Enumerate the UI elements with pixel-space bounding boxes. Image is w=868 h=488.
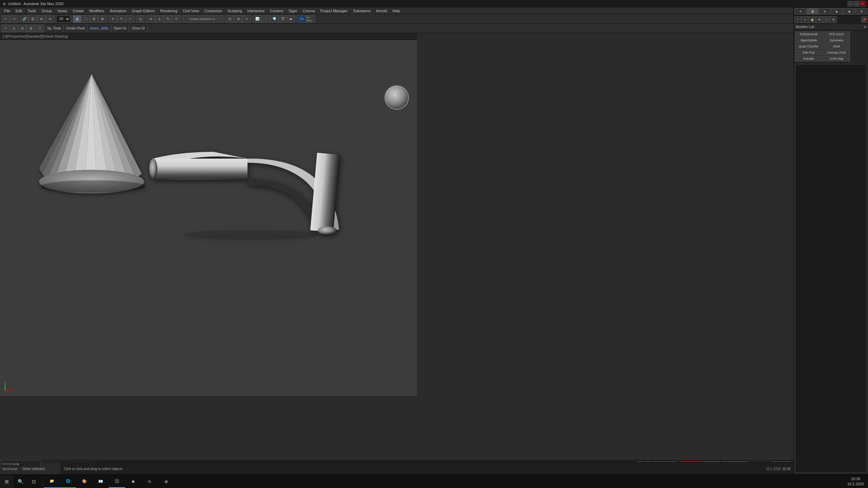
search-button[interactable]: 🔍: [14, 475, 27, 488]
task-view-button[interactable]: ⊡: [27, 475, 41, 488]
tb2-btn2[interactable]: ◎: [10, 25, 18, 32]
render-setup-button[interactable]: 🎬: [279, 15, 287, 23]
snap-toggle-button[interactable]: ⊕: [147, 15, 155, 23]
taskbar-email[interactable]: 📧: [93, 475, 109, 488]
menu-tools[interactable]: Tools: [25, 7, 39, 14]
start-button[interactable]: ⊞: [0, 475, 14, 488]
rp-pin-button[interactable]: 📌: [861, 17, 867, 23]
menu-graph-editors[interactable]: Graph Editors: [129, 7, 158, 14]
material-editor-button[interactable]: 💎: [270, 15, 278, 23]
menu-scripting[interactable]: Scripting: [225, 7, 245, 14]
menu-civil-view[interactable]: Civil View: [180, 7, 201, 14]
resize-label[interactable]: resize_utility: [88, 26, 110, 30]
reference-coord-button[interactable]: ◎: [136, 15, 144, 23]
menu-create[interactable]: Create: [70, 7, 86, 14]
titlebar-controls[interactable]: ─ □ ✕: [848, 1, 865, 6]
filter-dropdown[interactable]: All: [56, 16, 71, 22]
rp-tab-modify[interactable]: ⊞: [807, 8, 818, 15]
angle-snap-button[interactable]: ∠: [155, 15, 163, 23]
menu-modifiers[interactable]: Modifiers: [86, 7, 107, 14]
spinner-snap-button[interactable]: ⊙: [172, 15, 180, 23]
taskbar-explorer[interactable]: 📁: [44, 475, 60, 488]
modifier-list-arrow[interactable]: ▾: [864, 25, 866, 29]
select-crossing-button[interactable]: ⊠: [98, 15, 106, 23]
mod-ffd[interactable]: FFD 2x2x2: [823, 32, 850, 37]
align-button[interactable]: ⊞: [234, 15, 242, 23]
menu-views[interactable]: Views: [55, 7, 70, 14]
tb2-btn1[interactable]: ⊙: [1, 25, 9, 32]
script-bar[interactable]: MAXScript ▶: [0, 460, 41, 468]
plugin-btn1[interactable]: Ds: [298, 15, 306, 23]
taskbar-paint[interactable]: 🎨: [76, 475, 93, 488]
taskbar-other3[interactable]: 🖥: [158, 475, 174, 488]
menu-help[interactable]: Help: [390, 7, 403, 14]
rp-lock-icon[interactable]: 🔒: [809, 16, 815, 23]
create-selection-button[interactable]: Create Selection S...: [183, 15, 223, 23]
mod-symmetry[interactable]: Symmetry: [823, 38, 850, 43]
scale-button[interactable]: ⤢: [126, 15, 134, 23]
tb2-btn5[interactable]: ⬡: [35, 25, 43, 32]
mirror-button[interactable]: ⊟: [226, 15, 234, 23]
close-button[interactable]: ✕: [860, 1, 865, 6]
rp-list-icon[interactable]: ≡: [802, 16, 808, 23]
menu-group[interactable]: Group: [39, 7, 55, 14]
unlink-button[interactable]: ⛓: [29, 15, 37, 23]
select-object-button[interactable]: ▣: [73, 15, 81, 23]
nav-widget[interactable]: [383, 84, 410, 111]
close-gr-label[interactable]: Close Gr: [130, 26, 146, 30]
maximize-button[interactable]: □: [854, 1, 859, 6]
viewport[interactable]: X Y: [0, 40, 417, 396]
move-button[interactable]: ✦: [109, 15, 117, 23]
layer-button[interactable]: ≡: [243, 15, 251, 23]
render-button[interactable]: ▶: [287, 15, 295, 23]
menu-rendering[interactable]: Rendering: [158, 7, 180, 14]
menu-interactive[interactable]: Interactive: [245, 7, 268, 14]
menu-edit[interactable]: Edit: [13, 7, 25, 14]
menu-arnold[interactable]: Arnold: [373, 7, 390, 14]
unbind-button[interactable]: ⊖: [46, 15, 54, 23]
mod-unwrap-uvw[interactable]: Unwrap UVW: [823, 50, 850, 55]
select-window-button[interactable]: ⊞: [90, 15, 98, 23]
rp-add-icon[interactable]: +: [794, 16, 801, 23]
mod-edit-poly[interactable]: Edit Poly: [795, 50, 822, 55]
select-region-button[interactable]: ⬛: [81, 15, 90, 23]
taskbar-3dsmax[interactable]: ⬛: [109, 475, 125, 488]
graph-editors-button[interactable]: 📊: [253, 15, 261, 23]
taskbar-chrome[interactable]: 🌐: [60, 475, 76, 488]
open-gr-label[interactable]: Open Gr: [112, 26, 128, 30]
mod-turbosmooth[interactable]: TurboSmooth: [795, 32, 822, 37]
menu-customize[interactable]: Customize: [202, 7, 225, 14]
rp-eye-icon[interactable]: 👁: [816, 16, 823, 23]
taskbar-other1[interactable]: ◉: [125, 475, 141, 488]
bind-button[interactable]: ⊕: [37, 15, 45, 23]
rp-settings-icon[interactable]: ⚙: [830, 16, 837, 23]
menu-siger[interactable]: Siger: [286, 7, 300, 14]
menu-project-manager[interactable]: Project Manager: [318, 7, 351, 14]
rp-tab-utilities[interactable]: ⚙: [855, 8, 867, 15]
mod-extrude[interactable]: Extrude: [795, 56, 822, 61]
redo-button[interactable]: ↪: [10, 15, 18, 23]
menu-file[interactable]: File: [1, 7, 13, 14]
rp-tab-motion[interactable]: ▶: [831, 8, 843, 15]
mod-shell[interactable]: Shell: [823, 44, 850, 49]
schematic-view-button[interactable]: ⋮: [262, 15, 270, 23]
undo-button[interactable]: ↩: [1, 15, 9, 23]
menu-substance[interactable]: Substance: [350, 7, 373, 14]
tb2-btn4[interactable]: ⊞: [27, 25, 35, 32]
mod-uvw-map[interactable]: UVW Map: [823, 56, 850, 61]
rp-tab-create[interactable]: ✦: [794, 8, 806, 15]
minimize-button[interactable]: ─: [848, 1, 853, 6]
menu-corona[interactable]: Corona: [300, 7, 318, 14]
mod-opensubdiv[interactable]: OpenSubdiv: [795, 38, 822, 43]
percent-snap-button[interactable]: %: [164, 15, 172, 23]
rotate-button[interactable]: ↻: [117, 15, 125, 23]
menu-content[interactable]: Content: [267, 7, 286, 14]
select-link-button[interactable]: 🔗: [20, 15, 28, 23]
tb2-btn3[interactable]: ⊕: [18, 25, 26, 32]
rp-tab-hierarchy[interactable]: ⊕: [819, 8, 831, 15]
rp-box-icon[interactable]: ⬛: [823, 16, 830, 23]
plugin-btn2[interactable]: Ds Max: [306, 15, 314, 23]
menu-animation[interactable]: Animation: [107, 7, 129, 14]
mod-quad-chamfer[interactable]: Quad Chamfer: [795, 44, 822, 49]
rp-tab-display[interactable]: ◉: [843, 8, 855, 15]
